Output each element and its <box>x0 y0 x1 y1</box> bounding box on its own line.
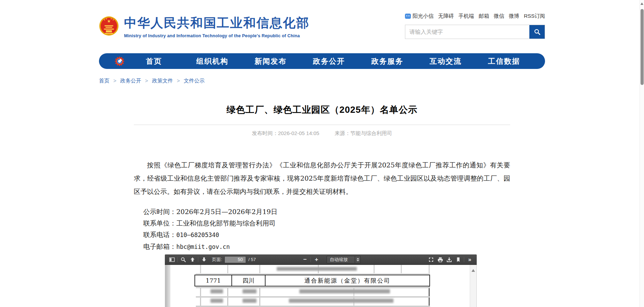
breadcrumb-separator: > <box>177 78 180 84</box>
blurred-cell-content <box>299 289 390 293</box>
previous-page-button[interactable] <box>188 255 197 264</box>
title-divider <box>134 125 510 125</box>
window-scrollbar[interactable] <box>639 0 644 307</box>
nav-item-gov-services[interactable]: 政务服务 <box>358 56 416 66</box>
page-content: ★ ★ ★ ★ ★ 中华人民共和国工业和信息化部 Ministry of Ind… <box>99 0 545 307</box>
table-gridline <box>429 265 430 273</box>
robot-icon <box>405 14 411 19</box>
blurred-cell-content <box>210 289 223 293</box>
toolbar-right-group: » <box>427 255 474 264</box>
search-bar <box>405 25 545 39</box>
nav-item-news[interactable]: 新闻发布 <box>242 56 300 66</box>
national-emblem-logo: ★ ★ ★ ★ ★ <box>99 16 119 38</box>
search-icon <box>534 29 540 35</box>
zoom-level-select[interactable]: 自动缩放 <box>327 256 361 263</box>
next-page-button[interactable] <box>199 255 208 264</box>
arrow-up-icon <box>190 257 195 262</box>
search-input[interactable] <box>405 25 529 39</box>
sidebar-toggle-button[interactable] <box>167 255 176 264</box>
zoom-out-button[interactable]: − <box>300 255 309 264</box>
site-subtitle: Ministry of Industry and Information Tec… <box>124 33 309 38</box>
zoom-in-button[interactable]: + <box>312 255 321 264</box>
page-total: / 57 <box>248 257 256 262</box>
article-title: 绿色工厂、绿色工业园区（2025年）名单公示 <box>99 104 545 116</box>
nav-item-organization[interactable]: 组织机构 <box>183 56 241 66</box>
breadcrumb: 首页 > 政务公开 > 政策文件 > 文件公示 <box>99 78 545 84</box>
pdf-viewer: 页面: / 57 − + 自动缩放 <box>165 254 477 307</box>
article-source: 来源：节能与综合利用司 <box>335 130 392 136</box>
row-number-cell: 1771 <box>195 275 231 286</box>
breadcrumb-file-announcement[interactable]: 文件公示 <box>184 78 205 84</box>
print-button[interactable] <box>436 255 445 264</box>
contact-line-email: 电子邮箱：hbc@miit.gov.cn <box>143 242 545 251</box>
breadcrumb-policy-files[interactable]: 政策文件 <box>152 78 173 84</box>
site-brand: ★ ★ ★ ★ ★ 中华人民共和国工业和信息化部 Ministry of Ind… <box>99 15 309 38</box>
quick-link-wechat[interactable]: 微信 <box>494 13 504 19</box>
breadcrumb-gov-affairs[interactable]: 政务公开 <box>120 78 141 84</box>
download-button[interactable] <box>445 255 454 264</box>
download-icon <box>446 257 452 262</box>
table-gridline <box>196 287 430 288</box>
quick-link-accessibility[interactable]: 无障碍 <box>438 13 454 19</box>
svg-text:★: ★ <box>106 17 107 19</box>
arrow-down-icon <box>201 257 207 262</box>
search-icon <box>181 257 186 262</box>
sidebar-toggle-icon <box>169 257 175 262</box>
nav-item-interaction[interactable]: 互动交流 <box>416 56 475 66</box>
zoom-level-value: 自动缩放 <box>327 257 355 263</box>
toolbar-more-button[interactable]: » <box>465 255 474 264</box>
table-gridline <box>227 265 228 273</box>
presentation-mode-button[interactable] <box>427 255 436 264</box>
pdf-page-area: 1771 四川 通合新能源（金堂）有限公司 <box>165 265 477 307</box>
breadcrumb-separator: > <box>145 78 148 84</box>
pdf-scrollbar[interactable] <box>470 265 476 307</box>
publish-time: 发布时间：2026-02-05 14:05 <box>252 130 319 136</box>
pdf-toolbar: 页面: / 57 − + 自动缩放 <box>165 254 477 265</box>
toolbar-separator <box>177 257 178 262</box>
quick-links: 阳光小信 无障碍 手机端 邮箱 微信 微博 RSS订阅 <box>405 12 545 20</box>
table-gridline <box>200 265 201 273</box>
row-company-cell: 通合新能源（金堂）有限公司 <box>265 275 429 286</box>
table-gridline <box>374 265 375 273</box>
site-title-block: 中华人民共和国工业和信息化部 Ministry of Industry and … <box>124 15 309 38</box>
scrollbar-thumb[interactable] <box>641 9 644 85</box>
search-button[interactable] <box>529 25 545 39</box>
toolbar-separator <box>464 257 464 262</box>
select-arrows-icon <box>355 256 360 263</box>
article-paragraph: 按照《绿色工厂梯度培育及管理暂行办法》《工业和信息化部办公厅关于开展2025年度… <box>134 158 510 198</box>
blurred-cell-content <box>277 267 357 271</box>
site-title: 中华人民共和国工业和信息化部 <box>124 15 309 32</box>
contact-info: 公示时间：2026年2月5日—2026年2月19日 联系单位：工业和信息化部节能… <box>143 207 545 251</box>
bookmark-icon <box>456 257 461 262</box>
find-button[interactable] <box>179 255 188 264</box>
quick-link-ai-assistant[interactable]: 阳光小信 <box>405 13 434 19</box>
svg-text:★: ★ <box>104 19 106 21</box>
svg-text:★: ★ <box>112 19 114 21</box>
contact-line-phone: 联系电话：010—68205340 <box>143 230 545 239</box>
pdf-left-margin <box>165 265 170 307</box>
page-number-input[interactable] <box>224 256 246 263</box>
highlighted-table-row: 1771 四川 通合新能源（金堂）有限公司 <box>194 275 430 286</box>
scrollbar-up-arrow-icon[interactable] <box>641 2 643 5</box>
nav-item-gov-affairs[interactable]: 政务公开 <box>300 56 358 66</box>
header-right: 阳光小信 无障碍 手机端 邮箱 微信 微博 RSS订阅 <box>405 10 545 39</box>
fullscreen-icon <box>428 257 434 262</box>
nav-item-industry-data[interactable]: 工信数据 <box>475 56 533 66</box>
svg-text:★: ★ <box>110 17 112 19</box>
blurred-cell-content <box>243 289 256 293</box>
site-header: ★ ★ ★ ★ ★ 中华人民共和国工业和信息化部 Ministry of Ind… <box>99 10 545 42</box>
quick-link-mobile[interactable]: 手机端 <box>458 13 474 19</box>
contact-line-period: 公示时间：2026年2月5日—2026年2月19日 <box>143 207 545 216</box>
blurred-cell-content <box>210 299 223 303</box>
bookmark-button[interactable] <box>454 255 463 264</box>
breadcrumb-home[interactable]: 首页 <box>99 78 109 84</box>
nav-item-home[interactable]: 首页 <box>125 56 183 66</box>
table-gridline <box>259 265 260 273</box>
quick-link-mail[interactable]: 邮箱 <box>479 13 489 19</box>
toolbar-separator <box>198 257 198 262</box>
quick-link-rss[interactable]: RSS订阅 <box>524 13 545 19</box>
scroll-up-arrow-icon[interactable] <box>472 269 475 272</box>
toolbar-separator <box>310 257 311 262</box>
main-nav: 首页 组织机构 新闻发布 政务公开 政务服务 互动交流 工信数据 <box>99 53 545 69</box>
quick-link-weibo[interactable]: 微博 <box>509 13 519 19</box>
